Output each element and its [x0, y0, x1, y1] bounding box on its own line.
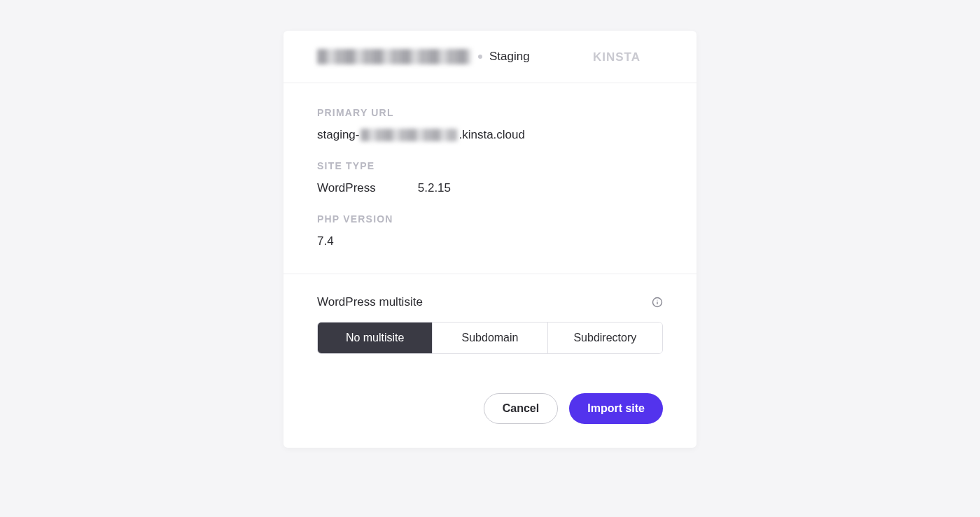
primary-url-prefix: staging- — [317, 128, 359, 142]
svg-point-2 — [657, 299, 657, 300]
segment-no-multisite[interactable]: No multisite — [318, 323, 433, 353]
php-version-block: PHP VERSION 7.4 — [317, 213, 663, 248]
site-type-value: WordPress 5.2.15 — [317, 181, 663, 195]
multisite-header: WordPress multisite — [317, 295, 663, 309]
primary-url-label: PRIMARY URL — [317, 107, 663, 118]
header-left: Staging — [317, 49, 530, 64]
site-name-redacted — [317, 49, 471, 64]
multisite-segmented-control: No multisite Subdomain Subdirectory — [317, 322, 663, 354]
site-type-version: 5.2.15 — [418, 181, 451, 195]
site-type-platform: WordPress — [317, 181, 376, 195]
php-version-value: 7.4 — [317, 234, 663, 248]
segment-subdomain[interactable]: Subdomain — [433, 323, 547, 353]
primary-url-suffix: .kinsta.cloud — [458, 128, 525, 142]
info-icon[interactable] — [652, 297, 663, 308]
site-type-label: SITE TYPE — [317, 160, 663, 171]
primary-url-block: PRIMARY URL staging- .kinsta.cloud — [317, 107, 663, 142]
primary-url-value: staging- .kinsta.cloud — [317, 128, 663, 142]
primary-url-redacted — [360, 129, 457, 141]
card-body: PRIMARY URL staging- .kinsta.cloud SITE … — [284, 83, 696, 274]
import-site-button[interactable]: Import site — [569, 393, 663, 424]
site-type-block: SITE TYPE WordPress 5.2.15 — [317, 160, 663, 195]
card-header: Staging KINSTA — [284, 31, 696, 83]
card-footer: Cancel Import site — [284, 374, 696, 448]
multisite-section: WordPress multisite No multisite Subdoma… — [284, 274, 696, 374]
segment-subdirectory[interactable]: Subdirectory — [548, 323, 662, 353]
cancel-button[interactable]: Cancel — [484, 393, 558, 424]
kinsta-logo-text: KINSTA — [593, 50, 640, 64]
kinsta-logo: KINSTA — [593, 49, 663, 64]
separator-dot — [478, 55, 482, 59]
import-site-card: Staging KINSTA PRIMARY URL staging- .kin… — [284, 31, 696, 448]
php-version-label: PHP VERSION — [317, 213, 663, 225]
multisite-title: WordPress multisite — [317, 295, 423, 309]
environment-label: Staging — [489, 50, 530, 64]
